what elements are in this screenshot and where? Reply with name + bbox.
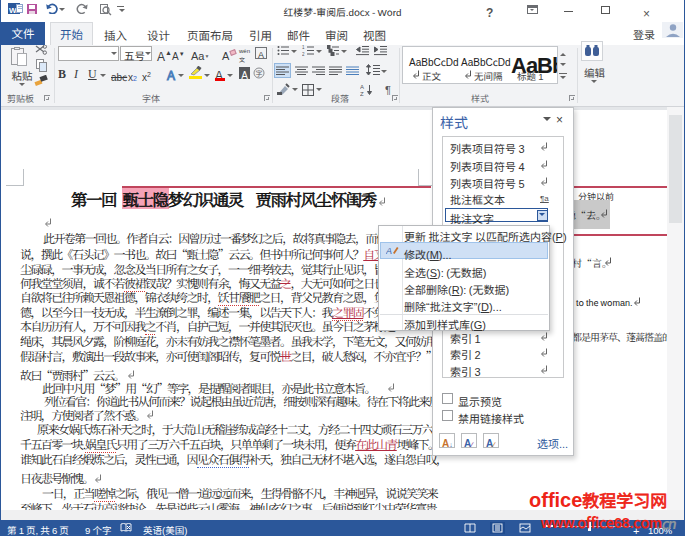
svg-text:¶: ¶ — [385, 84, 391, 96]
svg-text:字: 字 — [256, 68, 263, 78]
svg-text:A: A — [386, 245, 392, 256]
svg-text:1: 1 — [302, 45, 305, 50]
svg-text:2: 2 — [302, 51, 305, 57]
svg-text:Z: Z — [360, 89, 364, 96]
